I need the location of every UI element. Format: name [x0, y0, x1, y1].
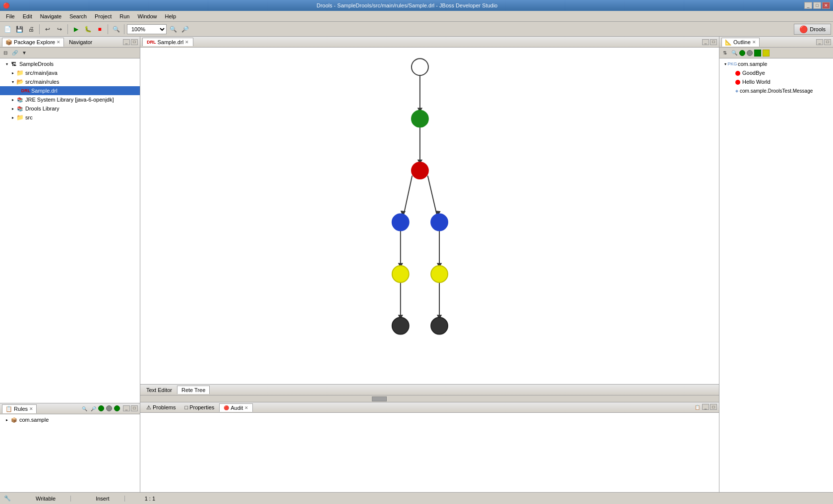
node-n7	[392, 318, 409, 335]
editor-maximize[interactable]: □	[710, 39, 717, 45]
sample-drl-tab[interactable]: DRL Sample.drl ✕	[142, 38, 193, 46]
writable-status: Writable	[21, 496, 71, 502]
search-button[interactable]: 🔍	[111, 24, 121, 35]
properties-tab[interactable]: □ Properties	[180, 403, 218, 411]
node-n1	[412, 111, 428, 127]
maximize-button[interactable]: □	[813, 2, 821, 9]
panel-minimize[interactable]: _	[123, 39, 130, 45]
tree-item-sample-drl[interactable]: DRL Sample.drl	[0, 86, 140, 95]
drools-button[interactable]: 🔴 Drools	[794, 24, 831, 35]
run-button[interactable]: ▶	[70, 24, 81, 35]
tree-item-drools-library[interactable]: ▸ 📚 Drools Library	[0, 104, 140, 113]
audit-close[interactable]: ✕	[244, 405, 248, 410]
menu-help[interactable]: Help	[161, 12, 180, 20]
close-button[interactable]: ✕	[822, 2, 830, 9]
helloworld-label: Hello World	[742, 79, 771, 85]
package-explorer-tab[interactable]: 📦 Package Explore ✕	[2, 38, 64, 47]
tree-item-jre[interactable]: ▸ 📚 JRE System Library [java-6-openjdk]	[0, 95, 140, 104]
tree-toolbar: ⊟ 🔗 ▼	[0, 48, 140, 58]
tree-item-sampledrools[interactable]: ▾ 🏗 SampleDrools	[0, 59, 140, 68]
zoom-select[interactable]: 100% 75% 150%	[127, 24, 167, 34]
expand-arrow[interactable]: ▾	[4, 62, 10, 66]
rules-close[interactable]: ✕	[29, 406, 33, 411]
outline-item-comsample[interactable]: ▾ PKG com.sample	[719, 59, 833, 68]
package-tree: ▾ 🏗 SampleDrools ▸ 📁 src/main/java ▾ 📂 s…	[0, 58, 140, 403]
bottom-minimize[interactable]: _	[702, 404, 709, 410]
window-controls[interactable]: _ □ ✕	[804, 2, 830, 9]
editor-minimize[interactable]: _	[702, 39, 709, 45]
class-icon-message: ◈	[735, 89, 738, 93]
scrollbar-thumb[interactable]	[372, 396, 387, 401]
zoom-in-button[interactable]: 🔍	[168, 24, 178, 35]
text-editor-tab[interactable]: Text Editor	[142, 386, 176, 394]
print-button[interactable]: 🖨	[26, 24, 37, 35]
collapse-all-button[interactable]: ⊟	[1, 49, 10, 57]
audit-tab[interactable]: 🔴 Audit ✕	[219, 403, 253, 412]
outline-maximize[interactable]: □	[824, 39, 831, 45]
menu-navigate[interactable]: Navigate	[36, 12, 65, 20]
outline-item-goodbye[interactable]: GoodBye	[719, 68, 833, 77]
rules-search-button[interactable]: 🔍	[80, 405, 88, 412]
rete-tree-tab[interactable]: Rete Tree	[177, 386, 210, 394]
tree-menu-button[interactable]: ▼	[20, 49, 29, 57]
debug-button[interactable]: 🐛	[82, 24, 93, 35]
rules-maximize[interactable]: □	[131, 405, 138, 411]
tree-item-src[interactable]: ▸ 📁 src	[0, 113, 140, 122]
properties-icon: □	[184, 404, 188, 410]
navigator-tab[interactable]: Navigator	[66, 38, 95, 46]
menu-project[interactable]: Project	[91, 12, 116, 20]
outline-filter-button[interactable]: 🔍	[730, 49, 739, 57]
tree-item-src-main-java[interactable]: ▸ 📁 src/main/java	[0, 68, 140, 77]
audit-label: Audit	[231, 405, 243, 411]
outline-minimize[interactable]: _	[816, 39, 823, 45]
title-bar: 🔴 Drools - SampleDrools/src/main/rules/S…	[0, 0, 833, 11]
problems-tab[interactable]: ⚠ Problems	[142, 403, 179, 412]
project-icon: 🏗	[10, 60, 18, 68]
menu-window[interactable]: Window	[133, 12, 161, 20]
minimize-button[interactable]: _	[804, 2, 812, 9]
expand-arrow[interactable]: ▸	[10, 115, 16, 120]
zoom-out-button[interactable]: 🔎	[179, 24, 190, 35]
package-explorer-close[interactable]: ✕	[57, 40, 60, 45]
menu-search[interactable]: Search	[65, 12, 91, 20]
editor-h-scrollbar[interactable]	[140, 395, 719, 402]
copy-button[interactable]: 📋	[693, 404, 701, 411]
expand-arrow[interactable]: ▸	[10, 107, 16, 111]
stop-button[interactable]: ■	[94, 24, 105, 35]
undo-button[interactable]: ↩	[42, 24, 53, 35]
menu-edit[interactable]: Edit	[19, 12, 36, 20]
expand-arrow[interactable]: ▸	[4, 418, 10, 422]
outline-tab[interactable]: 📐 Outline ✕	[721, 38, 760, 47]
expand-arrow[interactable]: ▸	[10, 71, 16, 75]
new-button[interactable]: 📄	[2, 24, 13, 35]
rules-filter-button[interactable]: 🔎	[89, 405, 97, 412]
outline-close[interactable]: ✕	[752, 40, 756, 45]
link-editor-button[interactable]: 🔗	[10, 49, 19, 57]
panel-maximize[interactable]: □	[131, 39, 138, 45]
rule-icon-helloworld	[735, 79, 742, 85]
bottom-panel-container: ⚠ Problems □ Properties 🔴 Audit ✕ 📋 _ □	[140, 402, 719, 492]
outline-item-message[interactable]: ◈ com.sample.DroolsTest.Message	[719, 86, 833, 95]
outline-sort-button[interactable]: ⇅	[720, 49, 729, 57]
rules-minimize[interactable]: _	[123, 405, 130, 411]
menu-file[interactable]: File	[2, 12, 19, 20]
redo-button[interactable]: ↪	[54, 24, 65, 35]
expand-arrow[interactable]: ▸	[10, 98, 16, 102]
menu-run[interactable]: Run	[116, 12, 133, 20]
package-explorer-label: Package Explore	[14, 39, 55, 45]
toolbar-sep2	[67, 24, 68, 34]
sample-drl-tab-close[interactable]: ✕	[185, 40, 189, 45]
problems-label: Problems	[153, 404, 176, 410]
expand-arrow[interactable]: ▾	[10, 80, 16, 84]
jre-label: JRE System Library [java-6-openjdk]	[25, 97, 114, 103]
bottom-maximize[interactable]: □	[710, 404, 717, 410]
rule-icon-goodbye	[735, 70, 742, 76]
package-icon2: 📦	[10, 416, 18, 424]
tree-item-src-main-rules[interactable]: ▾ 📂 src/main/rules	[0, 77, 140, 86]
outline-item-helloworld[interactable]: Hello World	[719, 77, 833, 86]
package-outline-icon: PKG	[728, 60, 736, 68]
status-bar: 🔧 Writable Insert 1 : 1	[0, 492, 833, 504]
save-button[interactable]: 💾	[14, 24, 25, 35]
rules-tab[interactable]: 📋 Rules ✕	[2, 404, 37, 413]
rules-tree-item-comsample[interactable]: ▸ 📦 com.sample	[0, 415, 140, 424]
